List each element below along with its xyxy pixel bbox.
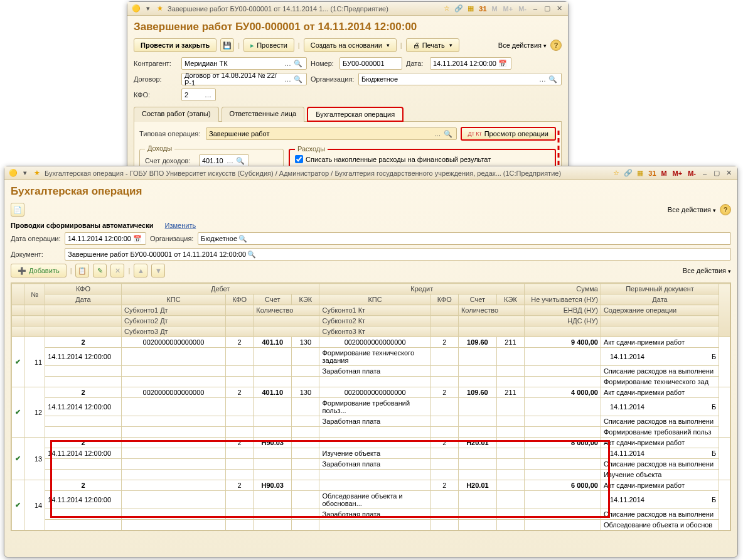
cal-icon[interactable]: 31 [647, 168, 657, 178]
mminus-btn[interactable]: M- [516, 5, 528, 13]
magnifier-icon[interactable]: 🔍 [237, 235, 249, 243]
counterparty-input[interactable]: Меридиан ТК…🔍 [181, 57, 307, 70]
all-actions-1[interactable]: Все действия [498, 41, 547, 49]
kfo-input[interactable]: 2… [181, 89, 216, 101]
magnifier-icon[interactable]: 🔍 [235, 157, 246, 165]
post-button[interactable]: ▸Провести [243, 38, 294, 52]
tab-works[interactable]: Состав работ (этапы) [134, 107, 219, 122]
tab-accounting[interactable]: Бухгалтерская операция [307, 107, 404, 122]
th-kfo[interactable]: КФО [45, 284, 122, 294]
th-debit[interactable]: Дебет [121, 284, 319, 294]
mminus-btn[interactable]: M- [686, 170, 698, 177]
ellipsis-icon[interactable]: … [283, 75, 292, 83]
table-row[interactable]: ✔ 12 2 0020000000000000 2 401.10 130 002… [12, 387, 730, 398]
ellipsis-icon[interactable]: … [538, 75, 547, 83]
op-date-input[interactable]: 14.11.2014 12:00:00📅 [65, 232, 146, 245]
date-input[interactable]: 14.11.2014 12:00:00📅 [430, 57, 511, 70]
th-acct-d[interactable]: Счет [254, 294, 292, 305]
th-kfo-d[interactable]: КФО [226, 294, 254, 305]
maximize-icon[interactable]: ▢ [712, 168, 722, 178]
th-kek-d[interactable]: КЭК [292, 294, 319, 305]
post-close-button[interactable]: Провести и закрыть [134, 38, 216, 52]
close-icon[interactable]: ✕ [724, 168, 734, 178]
create-based-button[interactable]: Создать на основании [304, 38, 397, 52]
add-button[interactable]: ➕ Добавить [11, 264, 67, 277]
nav-down-icon[interactable]: ▾ [20, 168, 30, 178]
th-credit[interactable]: Кредит [319, 284, 525, 294]
fav-icon[interactable]: ☆ [442, 4, 452, 14]
income-acct-input[interactable]: 401.10…🔍 [199, 154, 249, 167]
expense-checkbox-row[interactable]: Списать накопленные расходы на финансовы… [295, 155, 550, 163]
th-nds: НДС (НУ) [525, 316, 601, 326]
all-actions-2[interactable]: Все действия [668, 206, 716, 213]
org-input-1[interactable]: Бюджетное…🔍 [358, 73, 562, 85]
magnifier-icon[interactable]: 🔍 [442, 130, 454, 138]
edit-icon[interactable]: ✎ [93, 264, 107, 277]
th-primary[interactable]: Первичный документ [601, 284, 719, 294]
doc-input[interactable]: Завершение работ БУ00-000001 от 14.11.20… [65, 248, 731, 261]
mplus-btn[interactable]: M+ [501, 5, 515, 13]
copy-icon[interactable]: 📋 [75, 264, 89, 277]
ellipsis-icon[interactable]: … [283, 60, 292, 67]
th-kps-k[interactable]: КПС [319, 294, 430, 305]
up-icon[interactable]: ▲ [134, 264, 147, 277]
cal-icon[interactable]: 31 [478, 4, 488, 14]
th-kps-d[interactable]: КПС [121, 294, 225, 305]
ellipsis-icon[interactable]: … [203, 91, 213, 99]
table-row[interactable]: ✔ 11 2 0020000000000000 2 401.10 130 002… [12, 337, 730, 348]
star-icon[interactable]: ★ [155, 4, 165, 14]
fav-icon[interactable]: ☆ [611, 168, 621, 178]
mplus-btn[interactable]: M+ [671, 170, 685, 177]
star-icon[interactable]: ★ [32, 168, 42, 178]
print-button[interactable]: 🖨 Печать [406, 38, 459, 52]
delete-icon[interactable]: ✕ [110, 264, 124, 277]
th-kek-k[interactable]: КЭК [496, 294, 524, 305]
change-link[interactable]: Изменить [165, 222, 196, 229]
magnifier-icon[interactable]: 🔍 [292, 75, 304, 83]
calc-icon[interactable]: ▦ [466, 4, 476, 14]
maximize-icon[interactable]: ▢ [542, 4, 552, 14]
ellipsis-icon[interactable]: … [433, 130, 442, 137]
m-btn[interactable]: M [659, 170, 668, 177]
doc-icon[interactable]: 📄 [11, 203, 24, 217]
tab-persons[interactable]: Ответственные лица [222, 107, 305, 122]
th-num[interactable]: № [24, 284, 45, 305]
view-operation-button[interactable]: Дт Кт Просмотр операции [461, 127, 556, 141]
op-date-label: Дата операции: [11, 235, 61, 242]
link-icon[interactable]: 🔗 [623, 168, 633, 178]
org-input-2[interactable]: Бюджетное🔍 [198, 232, 731, 245]
th-date[interactable]: Дата [45, 294, 122, 305]
magnifier-icon[interactable]: 🔍 [292, 60, 304, 68]
m-btn[interactable]: M [489, 5, 499, 13]
calc-icon[interactable]: ▦ [635, 168, 645, 178]
close-icon[interactable]: ✕ [554, 4, 564, 14]
th-acct-k[interactable]: Счет [458, 294, 496, 305]
magnifier-icon[interactable]: 🔍 [246, 250, 257, 259]
down-icon[interactable]: ▼ [151, 264, 165, 277]
all-actions-3[interactable]: Все действия [683, 267, 731, 274]
help-icon-2[interactable]: ? [720, 204, 731, 215]
link-icon[interactable]: 🔗 [454, 4, 464, 14]
contract-input[interactable]: Договор от 14.08.2014 № 22/Р-1…🔍 [181, 73, 307, 85]
table-row[interactable]: ✔ 14 2 2 Н90.03 2 Н20.01 6 000,00 Акт сд… [12, 480, 730, 491]
typical-op-input[interactable]: Завершение работ…🔍 [206, 127, 457, 140]
minimize-icon[interactable]: – [530, 4, 540, 14]
ellipsis-icon[interactable]: … [225, 157, 235, 164]
expense-checkbox[interactable] [295, 155, 303, 163]
save-icon[interactable]: 💾 [220, 38, 234, 52]
postings-table[interactable]: № КФО Дебет Кредит Сумма Первичный докум… [11, 283, 730, 530]
th-pdate[interactable]: Дата [601, 294, 719, 305]
minimize-icon[interactable]: – [700, 168, 710, 178]
magnifier-icon[interactable]: 🔍 [547, 75, 559, 83]
th-sum[interactable]: Сумма [525, 284, 601, 294]
th-envd: ЕНВД (НУ) [525, 305, 601, 316]
th-kfo-k[interactable]: КФО [430, 294, 458, 305]
nav-down-icon[interactable]: ▾ [143, 4, 153, 14]
number-input[interactable]: БУ00-000001 [339, 57, 402, 70]
help-icon-1[interactable]: ? [550, 40, 562, 51]
calendar-icon[interactable]: 📅 [132, 235, 143, 243]
table-row[interactable]: ✔ 13 2 2 Н90.03 2 Н20.01 8 000,00 Акт сд… [12, 438, 730, 448]
calendar-icon[interactable]: 📅 [497, 60, 508, 68]
print-label: Печать [422, 41, 445, 49]
th-nu[interactable]: Не учитывается (НУ) [525, 294, 601, 305]
